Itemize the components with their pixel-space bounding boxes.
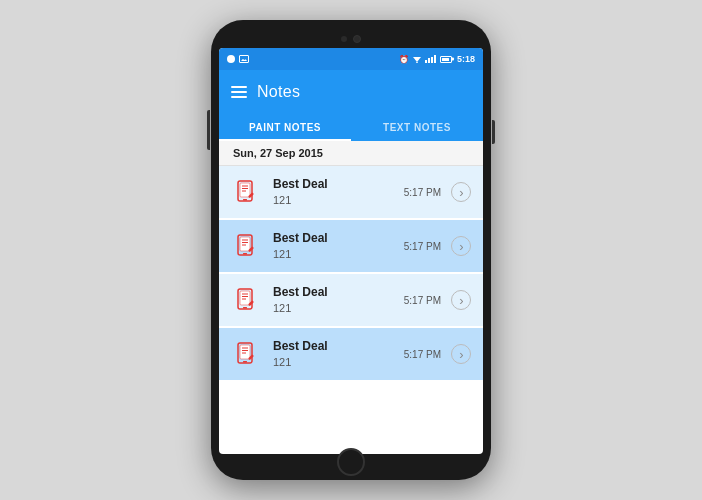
phone-top-bar (219, 30, 483, 48)
note-content: Best Deal 121 (273, 231, 394, 261)
speaker (341, 36, 347, 42)
phone-note-svg (233, 232, 261, 260)
svg-rect-7 (243, 199, 247, 201)
note-title: Best Deal (273, 285, 394, 301)
note-icon (231, 338, 263, 370)
chevron-button[interactable] (451, 236, 471, 256)
status-time: 5:18 (457, 54, 475, 64)
status-left-icons (227, 55, 249, 63)
chevron-button[interactable] (451, 290, 471, 310)
menu-button[interactable] (231, 86, 247, 98)
chevron-button[interactable] (451, 182, 471, 202)
note-time: 5:17 PM (404, 295, 441, 306)
wifi-icon (412, 55, 422, 63)
svg-rect-21 (243, 307, 247, 309)
note-title: Best Deal (273, 231, 394, 247)
tab-paint-notes[interactable]: PAINT NOTES (219, 114, 351, 141)
note-subtitle: 121 (273, 193, 394, 207)
note-subtitle: 121 (273, 355, 394, 369)
tab-text-notes[interactable]: TEXT NOTES (351, 114, 483, 141)
list-item[interactable]: Best Deal 121 5:17 PM (219, 274, 483, 328)
app-title: Notes (257, 83, 300, 101)
list-item[interactable]: Best Deal 121 5:17 PM (219, 328, 483, 380)
note-time: 5:17 PM (404, 241, 441, 252)
phone-note-svg (233, 286, 261, 314)
svg-rect-17 (240, 291, 250, 305)
home-button[interactable] (337, 448, 365, 476)
svg-marker-0 (413, 57, 421, 62)
note-title: Best Deal (273, 177, 394, 193)
svg-rect-28 (243, 361, 247, 363)
note-subtitle: 121 (273, 247, 394, 261)
svg-rect-14 (243, 253, 247, 255)
chevron-button[interactable] (451, 344, 471, 364)
note-time: 5:17 PM (404, 349, 441, 360)
phone-bottom (219, 454, 483, 470)
note-icon (231, 230, 263, 262)
note-content: Best Deal 121 (273, 285, 394, 315)
phone-note-svg (233, 178, 261, 206)
phone-note-svg (233, 340, 261, 368)
status-bar: ⏰ 5:18 (219, 48, 483, 70)
battery-icon (440, 56, 452, 63)
list-item[interactable]: Best Deal 121 5:17 PM (219, 220, 483, 274)
svg-rect-24 (240, 345, 250, 359)
svg-rect-10 (240, 237, 250, 251)
status-right-icons: ⏰ 5:18 (399, 54, 475, 64)
image-status-icon (239, 55, 249, 63)
note-title: Best Deal (273, 339, 394, 355)
date-header: Sun, 27 Sep 2015 (219, 141, 483, 166)
notes-list: Best Deal 121 5:17 PM (219, 166, 483, 454)
tabs-bar: PAINT NOTES TEXT NOTES (219, 114, 483, 141)
note-icon (231, 176, 263, 208)
note-content: Best Deal 121 (273, 177, 394, 207)
power-button (492, 120, 495, 144)
front-camera (353, 35, 361, 43)
svg-point-1 (416, 62, 418, 63)
note-subtitle: 121 (273, 301, 394, 315)
signal-icon (425, 55, 436, 63)
svg-rect-3 (240, 183, 250, 197)
note-content: Best Deal 121 (273, 339, 394, 369)
app-bar: Notes (219, 70, 483, 114)
note-icon (231, 284, 263, 316)
note-time: 5:17 PM (404, 187, 441, 198)
alarm-icon: ⏰ (399, 55, 409, 64)
volume-button (207, 110, 210, 150)
phone-device: ⏰ 5:18 (211, 20, 491, 480)
phone-screen: ⏰ 5:18 (219, 48, 483, 454)
circle-status-icon (227, 55, 235, 63)
list-item[interactable]: Best Deal 121 5:17 PM (219, 166, 483, 220)
